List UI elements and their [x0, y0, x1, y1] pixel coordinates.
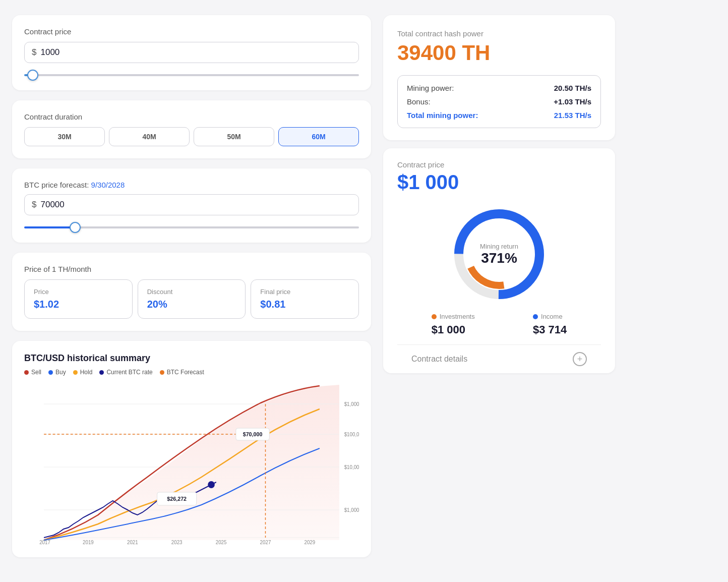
y-label-3: $10,000 — [344, 464, 359, 470]
btc-price-slider[interactable] — [24, 226, 359, 228]
contract-price-input[interactable] — [40, 47, 351, 57]
contract-price-slider-container — [24, 69, 359, 78]
duration-tabs: 30M 40M 50M 60M — [24, 127, 359, 146]
btc-forecast-label: BTC price forecast: 9/30/2028 — [24, 181, 359, 189]
total-mining-row: Total mining power: 21.53 TH/s — [407, 111, 591, 120]
investments-value: $1 000 — [432, 323, 475, 336]
x-label-2019: 2019 — [83, 540, 94, 545]
price-card-price-label: Price — [34, 288, 123, 296]
price-card-final: Final price $0.81 — [251, 279, 359, 319]
legend-current-btc-label: Current BTC rate — [106, 369, 152, 376]
chart-area: $1,000,000 $100,000 $10,000 $1,000 — [24, 384, 359, 545]
price-card-final-label: Final price — [260, 288, 349, 296]
legend-btc-forecast: BTC Forecast — [160, 369, 204, 376]
legend-hold: Hold — [73, 369, 93, 376]
investments-dot — [432, 314, 437, 319]
contract-price-card: Contract price $1 000 Mining return 371% — [383, 148, 615, 373]
mining-power-row: Mining power: 20.50 TH/s — [407, 84, 591, 92]
buy-dot — [48, 370, 53, 375]
y-label-2: $100,000 — [344, 432, 359, 437]
tab-30m[interactable]: 30M — [24, 127, 105, 146]
legend-buy-label: Buy — [55, 369, 66, 376]
btc-forecast-dot — [160, 370, 164, 375]
cp-label: Contract price — [397, 160, 601, 169]
btc-price-input-wrapper: $ — [24, 194, 359, 215]
donut-center: Mining return 371% — [480, 243, 518, 266]
legend-btc-forecast-label: BTC Forecast — [167, 369, 204, 376]
legend-current-btc: Current BTC rate — [99, 369, 152, 376]
return-legend: Investments $1 000 Income $3 714 — [397, 313, 601, 344]
price-card-price-value: $1.02 — [34, 299, 123, 310]
donut-area: Mining return 371% — [397, 204, 601, 305]
price-card-price: Price $1.02 — [24, 279, 133, 319]
donut-center-value: 371% — [480, 250, 518, 266]
contract-duration-label: Contract duration — [24, 112, 359, 121]
mining-power-label: Mining power: — [407, 84, 454, 92]
bonus-label: Bonus: — [407, 97, 431, 106]
y-label-4: $1,000 — [344, 507, 359, 513]
annotation-current-text: $26,272 — [167, 496, 187, 502]
contract-price-slider[interactable] — [24, 74, 359, 76]
price-card-final-value: $0.81 — [260, 299, 349, 310]
bonus-row: Bonus: +1.03 TH/s — [407, 97, 591, 106]
contract-details-row[interactable]: Contract details + — [397, 344, 601, 373]
th-month-label: Price of 1 TH/month — [24, 265, 359, 273]
btc-price-slider-container — [24, 221, 359, 230]
contract-price-input-wrapper: $ — [24, 42, 359, 63]
hash-details: Mining power: 20.50 TH/s Bonus: +1.03 TH… — [397, 75, 601, 128]
tab-60m[interactable]: 60M — [278, 127, 359, 146]
mining-power-value: 20.50 TH/s — [554, 84, 591, 92]
chart-title: BTC/USD historical summary — [24, 353, 359, 364]
hash-power-value: 39400 TH — [397, 41, 601, 65]
legend-buy: Buy — [48, 369, 66, 376]
income-value: $3 714 — [533, 323, 567, 336]
price-card-discount: Discount 20% — [138, 279, 246, 319]
btc-dollar-sign: $ — [32, 200, 36, 210]
legend-sell: Sell — [24, 369, 41, 376]
tab-50m[interactable]: 50M — [194, 127, 274, 146]
hold-dot — [73, 370, 78, 375]
x-label-2025: 2025 — [216, 540, 227, 545]
price-card-discount-label: Discount — [147, 288, 236, 296]
income-dot — [533, 314, 538, 319]
cp-value: $1 000 — [397, 171, 601, 194]
price-grid: Price $1.02 Discount 20% Final price $0.… — [24, 279, 359, 319]
income-legend: Income $3 714 — [533, 313, 567, 336]
chart-legend: Sell Buy Hold Current BTC rate BTC Forec… — [24, 369, 359, 376]
chart-svg: $1,000,000 $100,000 $10,000 $1,000 — [24, 384, 359, 545]
sell-dot — [24, 370, 29, 375]
total-mining-value: 21.53 TH/s — [554, 111, 591, 120]
plus-circle-icon[interactable]: + — [573, 352, 587, 366]
current-btc-dot — [99, 370, 104, 375]
legend-sell-label: Sell — [31, 369, 41, 376]
contract-price-label: Contract price — [24, 27, 359, 36]
btc-price-input[interactable] — [40, 200, 351, 210]
x-label-2021: 2021 — [127, 540, 138, 545]
bonus-value: +1.03 TH/s — [554, 97, 591, 106]
x-label-2023: 2023 — [171, 540, 183, 545]
donut-center-label: Mining return — [480, 243, 518, 250]
dollar-sign: $ — [32, 47, 36, 57]
hash-power-title: Total contract hash power — [397, 29, 601, 38]
x-label-2029: 2029 — [305, 540, 316, 545]
price-card-discount-value: 20% — [147, 299, 236, 310]
contract-details-text: Contract details — [411, 355, 467, 364]
x-label-2017: 2017 — [39, 540, 50, 545]
annotation-forecast-text: $70,000 — [243, 431, 263, 437]
current-btc-dot-point — [208, 481, 215, 488]
income-label: Income — [541, 313, 563, 320]
y-label-1: $1,000,000 — [344, 401, 359, 407]
total-mining-label: Total mining power: — [407, 111, 478, 120]
investments-label: Investments — [440, 313, 475, 320]
investments-legend: Investments $1 000 — [432, 313, 475, 336]
tab-40m[interactable]: 40M — [109, 127, 190, 146]
x-label-2027: 2027 — [260, 540, 271, 545]
investments-header: Investments — [432, 313, 475, 320]
sell-area-fill — [44, 385, 339, 540]
hash-power-card: Total contract hash power 39400 TH Minin… — [383, 15, 615, 140]
donut-wrapper: Mining return 371% — [449, 204, 550, 305]
income-header: Income — [533, 313, 567, 320]
legend-hold-label: Hold — [80, 369, 93, 376]
btc-forecast-date[interactable]: 9/30/2028 — [91, 181, 125, 189]
